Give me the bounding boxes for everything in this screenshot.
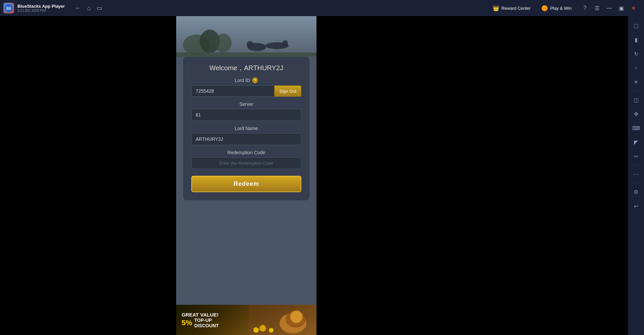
app-title-block: BlueStacks App Player 5.21.201.1029 P64 (17, 4, 65, 12)
app-name: BlueStacks App Player (17, 4, 65, 9)
svg-rect-10 (176, 52, 316, 56)
promo-banner[interactable]: GREAT VALUE! 5% TOP-UP DISCOUNT (176, 305, 316, 335)
maximize-button[interactable]: ▣ (616, 3, 627, 13)
sidebar-divider-3 (631, 183, 641, 183)
back-nav-icon[interactable]: ← (75, 5, 81, 12)
right-area (316, 16, 628, 335)
banner-great-label: GREAT VALUE! (182, 312, 219, 318)
sidebar-keyboard-icon[interactable]: ⌨ (630, 122, 642, 134)
banner-percent: 5% TOP-UP DISCOUNT (182, 318, 219, 328)
home-nav-icon[interactable]: ⌂ (87, 5, 91, 12)
app-logo: BS (3, 3, 14, 13)
sidebar-screen-icon[interactable]: ▢ (630, 19, 642, 32)
sidebar-divider-2 (631, 165, 641, 165)
lord-name-input[interactable] (191, 133, 301, 145)
svg-point-17 (259, 325, 266, 332)
close-button[interactable]: ✕ (628, 3, 639, 13)
crown-icon: 👑 (493, 5, 499, 11)
game-top-decoration (176, 16, 316, 56)
main-content: Welcome，ARTHURY2J Lord ID ? Sign Out Ser… (0, 16, 644, 335)
redemption-form-card: Welcome，ARTHURY2J Lord ID ? Sign Out Ser… (183, 56, 310, 201)
banner-lion-image (249, 305, 316, 335)
welcome-title: Welcome，ARTHURY2J (191, 64, 301, 73)
redemption-code-label: Redemption Code (191, 150, 301, 155)
coin-icon: 🟠 (541, 5, 548, 11)
svg-point-5 (215, 34, 232, 52)
sidebar-screenshot-icon[interactable]: ✂ (630, 150, 642, 162)
sidebar-apk-icon[interactable]: ◫ (630, 94, 642, 106)
banner-text: GREAT VALUE! 5% TOP-UP DISCOUNT (182, 312, 219, 328)
sidebar-settings-icon[interactable]: ⚙ (630, 186, 642, 198)
svg-point-15 (290, 311, 302, 323)
reward-center-button[interactable]: 👑 Reward Center (490, 4, 533, 13)
minimize-button[interactable]: — (604, 3, 614, 13)
titlebar-nav: ← ⌂ ▭ (68, 4, 102, 12)
svg-text:BS: BS (6, 7, 11, 10)
redemption-code-input[interactable] (191, 157, 301, 169)
play-win-button[interactable]: 🟠 Play & Win (539, 4, 574, 13)
sidebar-location-icon[interactable]: ○ (630, 62, 642, 74)
sidebar-display-icon[interactable]: ▮ (630, 34, 642, 46)
right-sidebar: ▢ ▮ ↻ ○ ☀ ◫ ✥ ⌨ ◤ ✂ ⋯ ⚙ ↩ (628, 16, 644, 335)
sidebar-game-icon[interactable]: ◤ (630, 136, 642, 148)
svg-point-16 (253, 327, 259, 333)
multi-nav-icon[interactable]: ▭ (97, 4, 102, 12)
server-label: Server (191, 101, 301, 107)
lord-id-help-icon[interactable]: ? (252, 77, 258, 83)
menu-button[interactable]: ☰ (592, 3, 602, 13)
app-version: 5.21.201.1029 P64 (17, 9, 65, 12)
sidebar-resize-icon[interactable]: ✥ (630, 108, 642, 120)
titlebar-left: BS BlueStacks App Player 5.21.201.1029 P… (0, 3, 102, 13)
lord-name-label: Lord Name (191, 126, 301, 131)
svg-point-18 (269, 328, 274, 333)
help-button[interactable]: ? (580, 3, 590, 13)
titlebar-right: 👑 Reward Center 🟠 Play & Win ? ☰ — ▣ ✕ (490, 3, 644, 13)
server-input[interactable] (191, 109, 301, 121)
redeem-button[interactable]: Redeem (191, 176, 301, 192)
sign-out-button[interactable]: Sign Out (274, 85, 301, 97)
titlebar: BS BlueStacks App Player 5.21.201.1029 P… (0, 0, 644, 16)
reward-center-label: Reward Center (501, 6, 531, 11)
sidebar-more-icon[interactable]: ⋯ (630, 168, 642, 180)
lord-id-row: Sign Out (191, 85, 301, 97)
titlebar-controls: ? ☰ — ▣ ✕ (580, 3, 639, 13)
lord-id-label: Lord ID ? (191, 77, 301, 83)
play-win-label: Play & Win (550, 6, 572, 11)
discount-percent: 5% (182, 319, 192, 327)
svg-point-9 (283, 40, 288, 46)
lord-id-input[interactable] (191, 85, 274, 97)
svg-point-7 (247, 41, 253, 48)
sidebar-divider-1 (631, 91, 641, 91)
game-area: Welcome，ARTHURY2J Lord ID ? Sign Out Ser… (176, 16, 316, 335)
sidebar-camera-icon[interactable]: ☀ (630, 76, 642, 88)
sidebar-back-icon[interactable]: ↩ (630, 200, 642, 212)
top-up-label: TOP-UP DISCOUNT (194, 318, 219, 328)
left-area (0, 16, 176, 335)
sidebar-rotate-icon[interactable]: ↻ (630, 48, 642, 60)
